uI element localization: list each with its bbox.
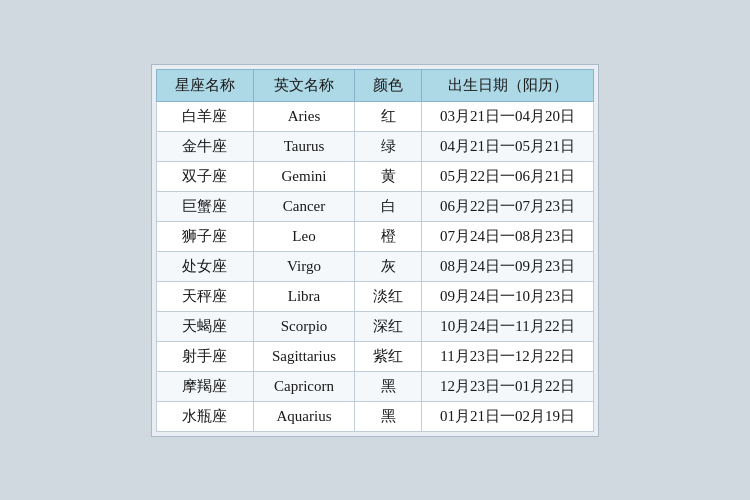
table-row: 天秤座Libra淡红09月24日一10月23日 bbox=[156, 281, 593, 311]
cell-chinese-name: 巨蟹座 bbox=[156, 191, 253, 221]
cell-color: 黄 bbox=[355, 161, 422, 191]
cell-color: 淡红 bbox=[355, 281, 422, 311]
cell-english-name: Virgo bbox=[253, 251, 354, 281]
table-row: 射手座Sagittarius紫红11月23日一12月22日 bbox=[156, 341, 593, 371]
cell-color: 白 bbox=[355, 191, 422, 221]
cell-english-name: Aquarius bbox=[253, 401, 354, 431]
cell-dates: 11月23日一12月22日 bbox=[422, 341, 594, 371]
cell-english-name: Leo bbox=[253, 221, 354, 251]
cell-english-name: Cancer bbox=[253, 191, 354, 221]
cell-chinese-name: 金牛座 bbox=[156, 131, 253, 161]
cell-dates: 04月21日一05月21日 bbox=[422, 131, 594, 161]
cell-chinese-name: 双子座 bbox=[156, 161, 253, 191]
cell-dates: 03月21日一04月20日 bbox=[422, 101, 594, 131]
cell-dates: 12月23日一01月22日 bbox=[422, 371, 594, 401]
cell-chinese-name: 摩羯座 bbox=[156, 371, 253, 401]
table-body: 白羊座Aries红03月21日一04月20日金牛座Taurus绿04月21日一0… bbox=[156, 101, 593, 431]
zodiac-table: 星座名称 英文名称 颜色 出生日期（阳历） 白羊座Aries红03月21日一04… bbox=[156, 69, 594, 432]
cell-color: 黑 bbox=[355, 371, 422, 401]
cell-chinese-name: 白羊座 bbox=[156, 101, 253, 131]
cell-english-name: Aries bbox=[253, 101, 354, 131]
table-row: 水瓶座Aquarius黑01月21日一02月19日 bbox=[156, 401, 593, 431]
header-chinese-name: 星座名称 bbox=[156, 69, 253, 101]
cell-chinese-name: 处女座 bbox=[156, 251, 253, 281]
table-row: 巨蟹座Cancer白06月22日一07月23日 bbox=[156, 191, 593, 221]
cell-chinese-name: 狮子座 bbox=[156, 221, 253, 251]
cell-dates: 06月22日一07月23日 bbox=[422, 191, 594, 221]
cell-color: 绿 bbox=[355, 131, 422, 161]
cell-dates: 08月24日一09月23日 bbox=[422, 251, 594, 281]
table-header-row: 星座名称 英文名称 颜色 出生日期（阳历） bbox=[156, 69, 593, 101]
cell-english-name: Scorpio bbox=[253, 311, 354, 341]
zodiac-table-container: 星座名称 英文名称 颜色 出生日期（阳历） 白羊座Aries红03月21日一04… bbox=[151, 64, 599, 437]
table-row: 处女座Virgo灰08月24日一09月23日 bbox=[156, 251, 593, 281]
cell-color: 灰 bbox=[355, 251, 422, 281]
cell-english-name: Capricorn bbox=[253, 371, 354, 401]
table-row: 天蝎座Scorpio深红10月24日一11月22日 bbox=[156, 311, 593, 341]
cell-dates: 09月24日一10月23日 bbox=[422, 281, 594, 311]
cell-color: 黑 bbox=[355, 401, 422, 431]
cell-chinese-name: 天秤座 bbox=[156, 281, 253, 311]
header-color: 颜色 bbox=[355, 69, 422, 101]
cell-chinese-name: 天蝎座 bbox=[156, 311, 253, 341]
cell-color: 深红 bbox=[355, 311, 422, 341]
cell-chinese-name: 水瓶座 bbox=[156, 401, 253, 431]
cell-english-name: Gemini bbox=[253, 161, 354, 191]
table-row: 摩羯座Capricorn黑12月23日一01月22日 bbox=[156, 371, 593, 401]
cell-color: 红 bbox=[355, 101, 422, 131]
cell-english-name: Libra bbox=[253, 281, 354, 311]
header-english-name: 英文名称 bbox=[253, 69, 354, 101]
table-row: 狮子座Leo橙07月24日一08月23日 bbox=[156, 221, 593, 251]
cell-dates: 05月22日一06月21日 bbox=[422, 161, 594, 191]
table-row: 金牛座Taurus绿04月21日一05月21日 bbox=[156, 131, 593, 161]
cell-color: 紫红 bbox=[355, 341, 422, 371]
cell-dates: 01月21日一02月19日 bbox=[422, 401, 594, 431]
cell-english-name: Taurus bbox=[253, 131, 354, 161]
cell-dates: 07月24日一08月23日 bbox=[422, 221, 594, 251]
cell-chinese-name: 射手座 bbox=[156, 341, 253, 371]
table-row: 双子座Gemini黄05月22日一06月21日 bbox=[156, 161, 593, 191]
cell-dates: 10月24日一11月22日 bbox=[422, 311, 594, 341]
cell-color: 橙 bbox=[355, 221, 422, 251]
cell-english-name: Sagittarius bbox=[253, 341, 354, 371]
table-row: 白羊座Aries红03月21日一04月20日 bbox=[156, 101, 593, 131]
header-birthdate: 出生日期（阳历） bbox=[422, 69, 594, 101]
